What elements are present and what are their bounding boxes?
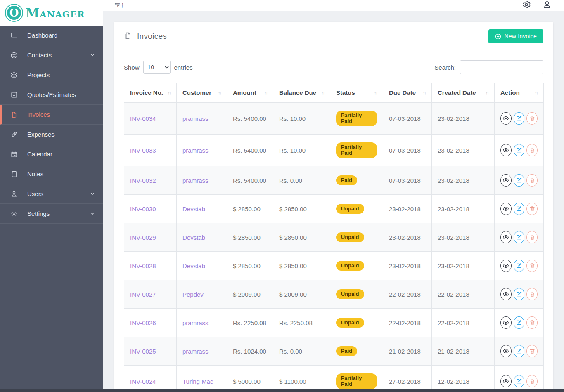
customer-link[interactable]: Devstab: [177, 252, 227, 280]
hand-pointer-icon[interactable]: ☜: [114, 0, 123, 11]
view-button[interactable]: [500, 174, 512, 187]
sidebar-item-projects[interactable]: Projects: [0, 65, 103, 85]
due-date-cell: 07-03-2018: [383, 166, 432, 195]
invoice-number-link[interactable]: INV-0030: [124, 195, 177, 223]
edit-button[interactable]: [514, 174, 525, 187]
delete-button[interactable]: [526, 260, 538, 272]
sidebar-item-calendar[interactable]: Calendar: [0, 144, 103, 164]
customer-link[interactable]: Devstab: [177, 223, 227, 252]
sidebar-item-notes[interactable]: Notes: [0, 164, 103, 184]
sort-icon[interactable]: ↑↓: [168, 90, 171, 95]
sort-icon[interactable]: ↑↓: [374, 90, 378, 95]
edit-button[interactable]: [514, 345, 525, 357]
balance-due-cell: Rs. 10.00: [273, 135, 330, 166]
col-header-invoice-no[interactable]: Invoice No.↑↓: [124, 83, 177, 103]
delete-button[interactable]: [526, 288, 538, 300]
customer-link[interactable]: pramrass: [177, 166, 227, 195]
invoice-number-link[interactable]: INV-0032: [124, 166, 177, 195]
invoice-number-link[interactable]: INV-0029: [124, 223, 177, 252]
created-date-cell: 23-02-2018: [432, 223, 495, 252]
sidebar-item-invoices[interactable]: Invoices: [0, 105, 103, 125]
invoice-number-link[interactable]: INV-0025: [124, 337, 177, 366]
delete-button[interactable]: [526, 345, 538, 357]
customer-link[interactable]: pramrass: [177, 135, 227, 166]
edit-button[interactable]: [514, 231, 525, 243]
delete-button[interactable]: [526, 174, 538, 187]
col-header-customer[interactable]: Customer↑↓: [177, 83, 227, 103]
due-date-cell: 23-02-2018: [383, 252, 432, 280]
action-cell: [495, 309, 544, 337]
invoice-number-link[interactable]: INV-0028: [124, 252, 177, 280]
view-button[interactable]: [500, 345, 512, 357]
sort-icon[interactable]: ↑↓: [486, 90, 489, 95]
view-button[interactable]: [500, 231, 512, 243]
invoice-number-link[interactable]: INV-0027: [124, 280, 177, 309]
view-button[interactable]: [500, 260, 512, 272]
user-icon[interactable]: [543, 0, 552, 11]
action-cell: [495, 223, 544, 252]
invoice-number-link[interactable]: INV-0026: [124, 309, 177, 337]
invoices-table: Invoice No.↑↓ Customer↑↓ Amount↑↓ Balanc…: [124, 83, 544, 392]
view-button[interactable]: [500, 316, 512, 329]
sidebar-nav: Dashboard Contacts Projects: [0, 26, 103, 224]
sidebar-item-settings[interactable]: Settings: [0, 204, 103, 224]
edit-button[interactable]: [514, 112, 525, 125]
edit-button[interactable]: [514, 375, 525, 387]
view-button[interactable]: [500, 203, 512, 215]
gear-icon[interactable]: [522, 0, 531, 11]
view-button[interactable]: [500, 144, 512, 156]
page-size-select[interactable]: 10: [143, 61, 171, 74]
customer-link[interactable]: pramrass: [177, 337, 227, 366]
page-title-text: Invoices: [137, 32, 167, 41]
sort-icon[interactable]: ↑↓: [423, 90, 427, 95]
customer-link[interactable]: pramrass: [177, 103, 227, 135]
invoice-number-link[interactable]: INV-0024: [124, 366, 177, 392]
app-logo[interactable]: O Manager: [0, 0, 103, 26]
show-label: Show: [124, 64, 140, 71]
amount-cell: Rs. 1024.00: [227, 337, 273, 366]
edit-button[interactable]: [514, 144, 525, 156]
invoice-number-link[interactable]: INV-0034: [124, 103, 177, 135]
customer-link[interactable]: Pepdev: [177, 280, 227, 309]
edit-icon: [516, 319, 522, 326]
sort-icon[interactable]: ↑↓: [218, 90, 222, 95]
col-header-due-date[interactable]: Due Date↑↓: [383, 83, 432, 103]
col-header-amount[interactable]: Amount↑↓: [227, 83, 273, 103]
delete-button[interactable]: [526, 144, 538, 156]
delete-button[interactable]: [526, 203, 538, 215]
sidebar-item-contacts[interactable]: Contacts: [0, 45, 103, 65]
col-header-created-date[interactable]: Created Date↑↓: [432, 83, 495, 103]
sidebar-item-expenses[interactable]: Expenses: [0, 125, 103, 144]
sidebar-item-label: Quotes/Estimates: [27, 91, 95, 98]
col-header-action[interactable]: Action↑↓: [495, 83, 544, 103]
delete-button[interactable]: [526, 316, 538, 329]
col-header-status[interactable]: Status↑↓: [330, 83, 383, 103]
col-header-balance-due[interactable]: Balance Due↑↓: [273, 83, 330, 103]
delete-button[interactable]: [526, 375, 538, 387]
sidebar-item-users[interactable]: Users: [0, 184, 103, 204]
action-cell: [495, 252, 544, 280]
delete-button[interactable]: [526, 112, 538, 125]
view-button[interactable]: [500, 375, 512, 387]
sidebar-item-quotes-estimates[interactable]: Quotes/Estimates: [0, 85, 103, 105]
customer-link[interactable]: pramrass: [177, 309, 227, 337]
sort-icon[interactable]: ↑↓: [264, 90, 268, 95]
edit-button[interactable]: [514, 203, 525, 215]
sort-icon[interactable]: ↑↓: [535, 90, 538, 95]
sidebar-item-dashboard[interactable]: Dashboard: [0, 26, 103, 45]
edit-button[interactable]: [514, 316, 525, 329]
edit-button[interactable]: [514, 288, 525, 300]
delete-button[interactable]: [526, 231, 538, 243]
view-button[interactable]: [500, 112, 512, 125]
view-button[interactable]: [500, 288, 512, 300]
table-row: INV-0034pramrassRs. 5400.00Rs. 10.00Part…: [124, 103, 544, 135]
edit-button[interactable]: [514, 260, 525, 272]
search-input[interactable]: [460, 60, 543, 74]
customer-link[interactable]: Turing Mac: [177, 366, 227, 392]
status-cell: Unpaid: [330, 252, 383, 280]
new-invoice-button[interactable]: New Invoice: [488, 29, 543, 43]
customer-link[interactable]: Devstab: [177, 195, 227, 223]
action-cell: [495, 280, 544, 309]
invoice-number-link[interactable]: INV-0033: [124, 135, 177, 166]
sort-icon[interactable]: ↑↓: [321, 90, 325, 95]
